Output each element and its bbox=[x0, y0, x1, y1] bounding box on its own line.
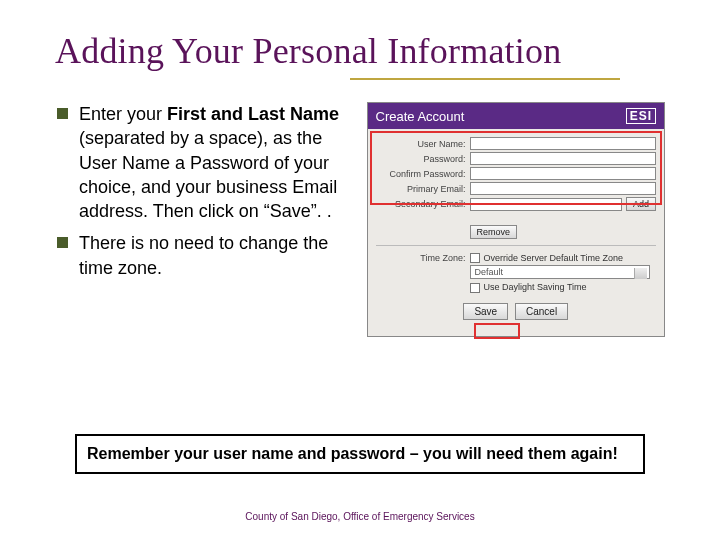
bullet-1-prefix: Enter your bbox=[79, 104, 167, 124]
remove-button[interactable]: Remove bbox=[470, 225, 518, 239]
checkbox-dst[interactable] bbox=[470, 283, 480, 293]
bullet-1-bold: First and Last Name bbox=[167, 104, 339, 124]
bullet-1: Enter your First and Last Name (separate… bbox=[55, 102, 349, 223]
bullet-list: Enter your First and Last Name (separate… bbox=[55, 102, 349, 280]
reminder-callout: Remember your user name and password – y… bbox=[75, 434, 645, 474]
title-underline bbox=[350, 78, 620, 80]
label-user-name: User Name: bbox=[376, 139, 466, 149]
save-button[interactable]: Save bbox=[463, 303, 508, 320]
label-secondary-email: Secondary Email: bbox=[376, 199, 466, 209]
label-dst: Use Daylight Saving Time bbox=[484, 282, 587, 292]
input-confirm-password[interactable] bbox=[470, 167, 657, 180]
input-user-name[interactable] bbox=[470, 137, 657, 150]
screenshot-header-title: Create Account bbox=[376, 109, 465, 124]
cancel-button[interactable]: Cancel bbox=[515, 303, 568, 320]
add-button[interactable]: Add bbox=[626, 197, 656, 211]
screenshot-header: Create Account ESI bbox=[368, 103, 665, 129]
bullet-1-rest: (separated by a space), as the User Name… bbox=[79, 128, 337, 221]
bullet-2: There is no need to change the time zone… bbox=[55, 231, 349, 280]
label-override-tz: Override Server Default Time Zone bbox=[484, 253, 624, 263]
create-account-screenshot: Create Account ESI User Name: Password: … bbox=[367, 102, 666, 337]
label-time-zone: Time Zone: bbox=[376, 253, 466, 263]
select-time-zone[interactable]: Default bbox=[470, 265, 650, 279]
input-secondary-email[interactable] bbox=[470, 198, 622, 211]
label-confirm-password: Confirm Password: bbox=[376, 169, 466, 179]
bullet-2-text: There is no need to change the time zone… bbox=[79, 233, 328, 277]
divider bbox=[376, 245, 657, 246]
label-primary-email: Primary Email: bbox=[376, 184, 466, 194]
label-password: Password: bbox=[376, 154, 466, 164]
esi-logo: ESI bbox=[626, 108, 656, 124]
input-primary-email[interactable] bbox=[470, 182, 657, 195]
slide-title: Adding Your Personal Information bbox=[55, 30, 665, 72]
slide-footer: County of San Diego, Office of Emergency… bbox=[0, 511, 720, 522]
checkbox-override-tz[interactable] bbox=[470, 253, 480, 263]
input-password[interactable] bbox=[470, 152, 657, 165]
